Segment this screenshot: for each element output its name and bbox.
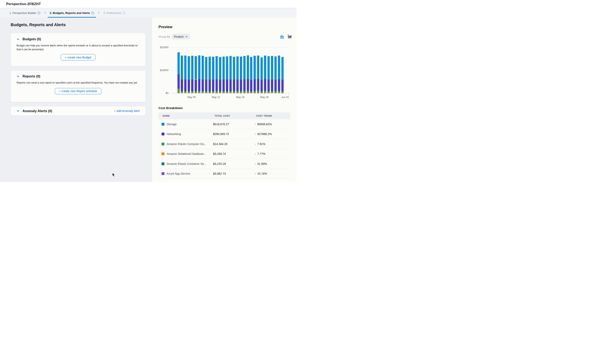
bar-segment [264,92,266,93]
bar-segment [250,92,252,93]
bar-segment [253,92,256,92]
tab-preferences[interactable]: 3. Preferences i [102,8,127,18]
tab-label: 1. Perspective Builder [9,12,36,14]
bar-segment [178,52,180,74]
cost-preview-chart: $32000 $16000 $0 May 05 May 12 May 19 Ma… [152,46,295,103]
bar-segment [253,79,256,91]
bar-may-19[interactable] [240,57,242,93]
bar-may-12[interactable] [215,56,218,93]
bar-segment [219,93,221,93]
stacked-bars[interactable] [172,46,289,93]
bar-may-27[interactable] [267,56,270,93]
bar-segment [229,93,232,93]
table-row[interactable]: Azure App Service$3,062.74↑15.74% [159,169,290,179]
row-total-cost: $3,269.74 [213,152,255,156]
table-row[interactable]: Amazon Relational Database...$3,269.74↓7… [159,149,290,159]
bar-segment [278,92,280,93]
create-report-schedule-button[interactable]: + create new Report schedule [55,88,101,94]
bar-segment [181,92,183,92]
bar-segment [195,91,197,92]
bar-segment [219,57,221,80]
bar-may-16[interactable] [229,56,232,93]
collapse-chevron-up-icon[interactable] [17,38,20,41]
table-row[interactable]: Elastic Load Balancing$2,359.78↓2.8% [159,179,290,182]
bar-segment [240,80,242,91]
bar-segment [195,93,197,93]
table-row[interactable]: Amazon Elastic Compute Clo...$14,344.28↓… [159,139,290,149]
bar-may-01[interactable] [178,52,180,93]
row-name: Storage [167,123,177,126]
create-budget-button[interactable]: + create new Budget [61,54,96,60]
expand-chevron-down-icon[interactable] [17,110,20,112]
x-axis-tick [240,93,240,95]
collapse-chevron-up-icon[interactable] [17,75,20,78]
series-color-swatch [161,132,165,136]
bar-may-11[interactable] [212,57,214,93]
bar-chart-toggle-icon[interactable] [280,34,284,39]
bar-may-06[interactable] [195,56,197,93]
bar-may-18[interactable] [236,56,239,93]
area-chart-toggle-icon[interactable] [287,34,292,39]
bar-may-03[interactable] [184,56,187,93]
bar-segment [188,92,190,93]
trend-up-arrow-icon: ↑ [255,162,256,165]
bar-may-21[interactable] [247,55,249,93]
bar-segment [267,79,270,91]
bar-segment [198,55,200,79]
bar-may-31[interactable] [281,57,284,93]
wizard-tabbar: 1. Perspective Builder i › 2. Budgets, R… [0,8,296,18]
bar-may-20[interactable] [243,56,246,93]
window-header: Perspective-2FBZHT [0,0,296,8]
bar-may-24[interactable] [257,56,259,93]
bar-may-23[interactable] [253,56,256,93]
bar-segment [236,93,239,93]
bar-segment [209,93,211,93]
row-name: Amazon Relational Database... [167,152,206,156]
bar-segment [184,93,187,93]
add-anomaly-alert-link[interactable]: + add Anomaly Alert [114,109,140,113]
group-by-dropdown[interactable]: Product [172,34,190,39]
bar-segment [191,93,193,93]
bar-segment [229,91,232,92]
bar-may-04[interactable] [188,56,190,93]
bar-may-02[interactable] [181,56,183,93]
row-total-cost: $14,344.28 [213,142,255,146]
bar-segment [188,93,190,93]
tab-budgets-reports-alerts[interactable]: 2. Budgets, Reports and Alerts i [48,8,95,18]
budgets-reports-panel: Budgets, Reports and Alerts Budgets (0) … [0,18,152,182]
bar-may-14[interactable] [222,57,225,93]
bar-may-26[interactable] [264,56,266,93]
bar-may-08[interactable] [202,56,204,93]
bar-may-05[interactable] [191,56,193,93]
bar-segment [188,56,190,80]
bar-segment [209,57,211,80]
bar-segment [184,79,187,91]
table-row[interactable]: Amazon Elastic Container Se...$3,225.29↑… [159,159,290,169]
bar-segment [209,91,211,92]
series-color-swatch [161,152,165,156]
bar-may-25[interactable] [260,57,263,93]
bar-may-17[interactable] [233,57,235,93]
table-row[interactable]: Networking$260,949.72↑927886.2% [159,129,290,139]
reports-description: Reports can send a cost report to specif… [17,81,140,85]
bar-segment [226,56,228,79]
x-axis-line [171,93,289,93]
bar-may-10[interactable] [209,57,211,93]
tab-perspective-builder[interactable]: 1. Perspective Builder i [8,8,41,18]
bar-may-07[interactable] [198,55,200,93]
row-total-cost: $518,870.27 [213,123,255,126]
bar-may-22[interactable] [250,57,252,93]
bar-may-15[interactable] [226,56,228,93]
bar-segment [260,92,263,93]
section-heading: Budgets, Reports and Alerts [11,22,152,27]
bar-segment [209,92,211,93]
bar-may-29[interactable] [274,56,277,93]
bar-may-09[interactable] [205,57,207,93]
table-row[interactable]: Storage$518,870.27↑90508.62% [159,119,290,129]
bar-segment [243,92,246,93]
bar-may-28[interactable] [271,56,273,93]
bar-segment [219,93,221,93]
bar-segment [267,92,270,93]
bar-may-13[interactable] [219,57,221,93]
bar-may-30[interactable] [278,56,280,93]
